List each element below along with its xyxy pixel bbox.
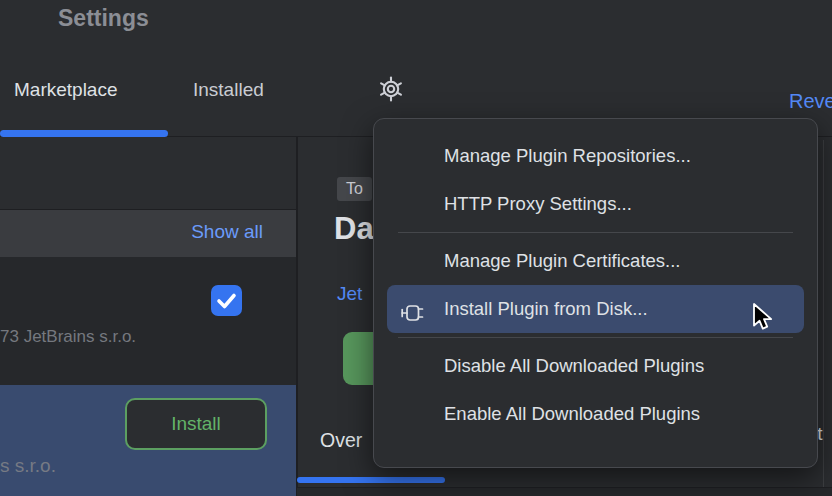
settings-window: Settings Marketplace Installed Reve Show… [0, 0, 832, 496]
menu-item-manage-plugin-repositories[interactable]: Manage Plugin Repositories... [374, 132, 817, 180]
menu-separator [398, 232, 793, 233]
tab-installed[interactable]: Installed [193, 79, 264, 101]
selected-plugin-row[interactable]: Install s s.r.o. [0, 385, 296, 496]
menu-item-install-plugin-from-disk[interactable]: Install Plugin from Disk... [387, 285, 804, 333]
panel-vertical-divider [296, 137, 298, 496]
show-all-row[interactable]: Show all [0, 210, 296, 257]
menu-item-manage-plugin-certificates[interactable]: Manage Plugin Certificates... [374, 237, 817, 285]
plugin-detail-title: Da [334, 211, 374, 247]
bottom-strip [297, 488, 832, 496]
plugin-vendor-text-2: s s.r.o. [0, 455, 56, 477]
menu-separator [398, 337, 793, 338]
plugin-list-item[interactable]: 73 JetBrains s.r.o. [0, 257, 296, 385]
overview-tab-underline [297, 477, 445, 483]
gear-icon[interactable] [376, 74, 406, 104]
tab-overview[interactable]: Over [320, 429, 362, 452]
menu-item-enable-all-downloaded[interactable]: Enable All Downloaded Plugins [374, 390, 817, 438]
install-button[interactable]: Install [125, 398, 267, 450]
gear-dropdown-menu: Manage Plugin Repositories... HTTP Proxy… [373, 118, 818, 468]
detail-scrollbar[interactable] [823, 140, 824, 487]
marketplace-tab-underline [0, 130, 168, 137]
plugin-tag-badge[interactable]: To [337, 177, 372, 201]
menu-item-label: Install Plugin from Disk... [444, 298, 648, 319]
menu-item-http-proxy-settings[interactable]: HTTP Proxy Settings... [374, 180, 817, 228]
plugin-checkbox[interactable] [211, 285, 242, 316]
plugin-vendor-link[interactable]: Jet [337, 283, 362, 305]
tab-marketplace[interactable]: Marketplace [14, 79, 118, 101]
show-all-link[interactable]: Show all [191, 221, 263, 243]
plugin-vendor-text: 73 JetBrains s.r.o. [0, 327, 136, 347]
revert-link[interactable]: Reve [789, 90, 832, 113]
menu-item-disable-all-downloaded[interactable]: Disable All Downloaded Plugins [374, 342, 817, 390]
check-icon [211, 285, 242, 316]
mouse-cursor [752, 303, 778, 333]
page-title: Settings [58, 5, 149, 32]
plug-icon [399, 296, 425, 322]
